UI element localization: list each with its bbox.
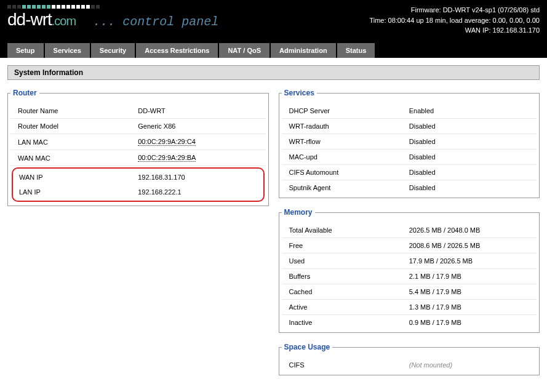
memory-row: Total Available 2026.5 MB / 2048.0 MB [282, 223, 537, 238]
lan-mac-label: LAN MAC [18, 138, 138, 146]
rflow-label: WRT-rflow [289, 138, 409, 145]
buffers-label: Buffers [289, 273, 409, 280]
inactive-label: Inactive [289, 319, 409, 326]
used-value: 17.9 MB / 2026.5 MB [409, 257, 529, 265]
brand-suffix: .com [52, 14, 76, 28]
services-legend: Services [282, 89, 317, 97]
router-row: Router Name DD-WRT [10, 103, 266, 119]
space-legend: Space Usage [282, 343, 333, 351]
dhcp-value: Enabled [409, 107, 529, 114]
header: dd-wrt.com ... control panel Firmware: D… [0, 0, 547, 43]
radauth-value: Disabled [409, 122, 529, 130]
sputnik-label: Sputnik Agent [289, 184, 409, 191]
firmware-text: Firmware: DD-WRT v24-sp1 (07/26/08) std [369, 5, 540, 15]
wan-ip-label: WAN IP [19, 174, 138, 181]
page-title: System Information [7, 65, 540, 80]
router-row: WAN MAC 00:0C:29:9A:29:BA [10, 150, 266, 166]
sputnik-value: Disabled [409, 184, 529, 191]
left-column: Router Router Name DD-WRT Router Model G… [7, 89, 269, 385]
space-row: CIFS (Not mounted) [282, 358, 537, 372]
tab-security[interactable]: Security [91, 43, 135, 58]
tab-services[interactable]: Services [45, 43, 90, 58]
macupd-value: Disabled [409, 153, 529, 161]
header-status: Firmware: DD-WRT v24-sp1 (07/26/08) std … [369, 5, 540, 36]
router-name-value: DD-WRT [138, 107, 258, 114]
wan-mac-value[interactable]: 00:0C:29:9A:29:BA [138, 154, 196, 162]
tab-access-restrictions[interactable]: Access Restrictions [136, 43, 218, 58]
router-row: LAN MAC 00:0C:29:9A:29:C4 [10, 134, 266, 150]
right-column: Services DHCP Server Enabled WRT-radauth… [279, 89, 540, 385]
memory-row: Inactive 0.9 MB / 17.9 MB [282, 315, 537, 330]
router-fieldset: Router Router Name DD-WRT Router Model G… [7, 89, 269, 206]
main-tabs: Setup Services Security Access Restricti… [0, 43, 547, 58]
router-legend: Router [10, 89, 39, 97]
free-value: 2008.6 MB / 2026.5 MB [409, 242, 529, 249]
service-row: DHCP Server Enabled [282, 103, 537, 119]
dhcp-label: DHCP Server [289, 107, 409, 114]
radauth-label: WRT-radauth [289, 122, 409, 130]
wan-mac-label: WAN MAC [18, 154, 138, 162]
space-fieldset: Space Usage CIFS (Not mounted) [279, 343, 540, 375]
memory-row: Cached 5.4 MB / 17.9 MB [282, 284, 537, 300]
brand-main: dd-wrt [7, 10, 52, 29]
memory-row: Free 2008.6 MB / 2026.5 MB [282, 238, 537, 254]
wan-ip-value: 192.168.31.170 [138, 174, 257, 181]
total-value: 2026.5 MB / 2048.0 MB [409, 226, 529, 234]
memory-row: Buffers 2.1 MB / 17.9 MB [282, 269, 537, 284]
memory-row: Used 17.9 MB / 2026.5 MB [282, 254, 537, 269]
cached-value: 5.4 MB / 17.9 MB [409, 288, 529, 295]
router-model-value: Generic X86 [138, 122, 258, 130]
highlight-box: WAN IP 192.168.31.170 LAN IP 192.168.222… [12, 167, 265, 202]
cifs-space-label: CIFS [289, 361, 409, 369]
tab-administration[interactable]: Administration [271, 43, 336, 58]
router-row: LAN IP 192.168.222.1 [13, 185, 263, 199]
content: System Information Router Router Name DD… [0, 58, 547, 392]
active-label: Active [289, 303, 409, 311]
free-label: Free [289, 242, 409, 249]
service-row: WRT-radauth Disabled [282, 119, 537, 134]
router-name-label: Router Name [18, 107, 138, 114]
wan-ip-text: WAN IP: 192.168.31.170 [369, 25, 540, 36]
service-row: CIFS Automount Disabled [282, 165, 537, 180]
memory-fieldset: Memory Total Available 2026.5 MB / 2048.… [279, 208, 540, 333]
router-row: WAN IP 192.168.31.170 [13, 170, 263, 185]
cifs-space-value: (Not mounted) [409, 361, 529, 369]
tab-setup[interactable]: Setup [7, 43, 44, 58]
time-text: Time: 08:00:44 up 18 min, load average: … [369, 15, 540, 26]
rflow-value: Disabled [409, 138, 529, 145]
service-row: WRT-rflow Disabled [282, 134, 537, 150]
inactive-value: 0.9 MB / 17.9 MB [409, 319, 529, 326]
services-fieldset: Services DHCP Server Enabled WRT-radauth… [279, 89, 540, 198]
service-row: Sputnik Agent Disabled [282, 180, 537, 195]
memory-legend: Memory [282, 208, 315, 217]
tab-status[interactable]: Status [337, 43, 375, 58]
memory-row: Active 1.3 MB / 17.9 MB [282, 300, 537, 315]
lan-mac-value[interactable]: 00:0C:29:9A:29:C4 [138, 138, 196, 146]
tab-nat-qos[interactable]: NAT / QoS [219, 43, 270, 58]
macupd-label: MAC-upd [289, 153, 409, 161]
active-value: 1.3 MB / 17.9 MB [409, 303, 529, 311]
router-row: Router Model Generic X86 [10, 119, 266, 134]
service-row: MAC-upd Disabled [282, 150, 537, 165]
cached-label: Cached [289, 288, 409, 295]
used-label: Used [289, 257, 409, 265]
buffers-value: 2.1 MB / 17.9 MB [409, 273, 529, 280]
brand-subtitle: ... control panel [93, 15, 218, 29]
router-model-label: Router Model [18, 122, 138, 130]
cifs-label: CIFS Automount [289, 169, 409, 176]
lan-ip-value: 192.168.222.1 [138, 188, 257, 196]
total-label: Total Available [289, 226, 409, 234]
cifs-value: Disabled [409, 169, 529, 176]
lan-ip-label: LAN IP [19, 188, 138, 196]
